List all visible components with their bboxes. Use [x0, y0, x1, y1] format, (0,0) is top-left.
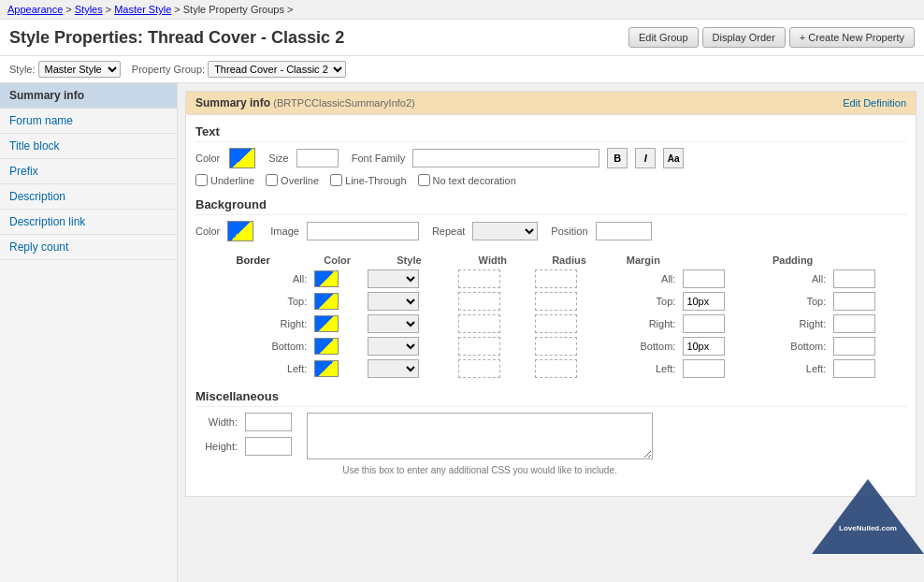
breadcrumb-appearance[interactable]: Appearance — [7, 4, 63, 15]
breadcrumb-styles[interactable]: Styles — [75, 4, 103, 15]
edit-definition-link[interactable]: Edit Definition — [843, 97, 906, 109]
sidebar-item-summary-info[interactable]: Summary info — [0, 83, 177, 109]
border-all-width-input[interactable] — [458, 269, 500, 288]
padding-all-header — [830, 253, 906, 268]
border-header: Border — [195, 253, 310, 268]
border-right-color-swatch[interactable] — [314, 315, 339, 332]
misc-width-row: Width: — [195, 413, 292, 431]
sidebar-item-description[interactable]: Description — [0, 184, 177, 210]
border-bottom-row: Bottom: solid — [195, 335, 906, 357]
bg-image-label: Image — [270, 226, 299, 237]
bg-repeat-label: Repeat — [432, 226, 465, 237]
sidebar-item-title-block[interactable]: Title block — [0, 134, 177, 159]
border-left-radius-input[interactable] — [535, 359, 577, 378]
no-decoration-checkbox-label[interactable]: No text decoration — [418, 174, 516, 186]
border-bottom-style-select[interactable]: solid — [368, 337, 419, 356]
margin-right-label: Right: — [607, 313, 679, 335]
no-decoration-checkbox[interactable] — [418, 174, 430, 186]
style-header: Style — [364, 253, 455, 268]
margin-right-input[interactable] — [683, 314, 725, 333]
text-group: Text Color Size Font Family B I Aa — [195, 124, 906, 186]
padding-bottom-label: Bottom: — [756, 335, 830, 357]
margin-all-input[interactable] — [683, 269, 725, 288]
misc-group-title: Miscellaneous — [195, 389, 906, 407]
margin-top-label: Top: — [607, 290, 679, 313]
underline-checkbox[interactable] — [195, 174, 208, 186]
text-color-swatch[interactable] — [229, 148, 255, 168]
overline-checkbox-label[interactable]: Overline — [266, 174, 319, 186]
css-textarea[interactable] — [307, 413, 653, 459]
overline-checkbox[interactable] — [266, 174, 278, 186]
padding-left-input[interactable] — [833, 359, 875, 378]
border-right-radius-input[interactable] — [535, 314, 577, 333]
misc-css-container: Use this box to enter any additional CSS… — [307, 413, 653, 475]
style-select[interactable]: Master Style — [38, 61, 121, 78]
border-left-color-swatch[interactable] — [314, 360, 339, 377]
border-left-width-input[interactable] — [458, 359, 500, 378]
linethrough-checkbox[interactable] — [330, 174, 342, 186]
border-all-row: All: soliddasheddotted — [195, 268, 906, 290]
style-info-bar: Style: Master Style Property Group: Thre… — [0, 56, 924, 83]
padding-bottom-input[interactable] — [833, 337, 875, 356]
property-group-label: Property Group: — [132, 64, 205, 75]
bold-button[interactable]: B — [607, 148, 628, 168]
underline-checkbox-label[interactable]: Underline — [195, 174, 254, 186]
border-left-label: Left: — [195, 357, 310, 380]
breadcrumb-master-style[interactable]: Master Style — [114, 4, 171, 15]
margin-top-input[interactable] — [683, 292, 725, 311]
section-title: Summary info (BRTPCClassicSummaryInfo2) — [195, 96, 415, 109]
section-body: Text Color Size Font Family B I Aa — [185, 115, 917, 497]
bg-color-swatch[interactable] — [227, 221, 253, 241]
border-left-style-select[interactable]: solid — [368, 359, 419, 378]
breadcrumb-current: Style Property Groups — [183, 4, 284, 15]
misc-height-label: Height: — [195, 441, 238, 452]
linethrough-checkbox-label[interactable]: Line-Through — [330, 174, 406, 186]
sidebar-item-description-link[interactable]: Description link — [0, 210, 177, 235]
border-all-radius-input[interactable] — [535, 269, 577, 288]
border-top-label: Top: — [195, 290, 310, 313]
border-bottom-radius-input[interactable] — [535, 337, 577, 356]
sidebar-item-reply-count[interactable]: Reply count — [0, 235, 177, 260]
italic-button[interactable]: I — [635, 148, 656, 168]
padding-right-input[interactable] — [833, 314, 875, 333]
border-top-color-swatch[interactable] — [314, 293, 339, 310]
border-right-width-input[interactable] — [458, 314, 500, 333]
text-group-title: Text — [195, 124, 906, 142]
border-right-style-select[interactable]: solid — [368, 314, 419, 333]
sidebar-item-prefix[interactable]: Prefix — [0, 159, 177, 184]
text-font-family-input[interactable] — [412, 149, 599, 167]
bg-repeat-select[interactable]: repeat repeat-x repeat-y no-repeat — [472, 222, 538, 240]
main-layout: Summary info Forum name Title block Pref… — [0, 83, 924, 582]
misc-width-input[interactable] — [245, 413, 292, 431]
margin-left-input[interactable] — [683, 359, 725, 378]
border-all-style-select[interactable]: soliddasheddotted — [368, 269, 419, 288]
sidebar-item-forum-name[interactable]: Forum name — [0, 109, 177, 134]
section-header: Summary info (BRTPCClassicSummaryInfo2) … — [185, 91, 917, 115]
padding-top-input[interactable] — [833, 292, 875, 311]
create-new-property-button[interactable]: + Create New Property — [789, 27, 915, 48]
css-hint: Use this box to enter any additional CSS… — [307, 465, 653, 475]
property-group-select[interactable]: Thread Cover - Classic 2 — [208, 61, 346, 78]
padding-all-input[interactable] — [833, 269, 875, 288]
border-bottom-width-input[interactable] — [458, 337, 500, 356]
border-top-width-input[interactable] — [458, 292, 500, 311]
misc-height-input[interactable] — [245, 437, 292, 456]
border-top-radius-input[interactable] — [535, 292, 577, 311]
font-size-button[interactable]: Aa — [663, 148, 684, 168]
text-size-input[interactable] — [296, 149, 339, 167]
misc-content: Width: Height: Use this box to enter any… — [195, 413, 906, 475]
border-bottom-color-swatch[interactable] — [314, 338, 339, 355]
display-order-button[interactable]: Display Order — [702, 27, 786, 48]
edit-group-button[interactable]: Edit Group — [628, 27, 699, 48]
border-all-color-swatch[interactable] — [314, 270, 339, 287]
border-top-row: Top: solid — [195, 290, 906, 313]
border-margin-padding-container: Border Color Style Width Radius Margin P… — [195, 253, 906, 380]
margin-bottom-input[interactable] — [683, 337, 725, 356]
padding-top-label: Top: — [756, 290, 830, 313]
sidebar: Summary info Forum name Title block Pref… — [0, 83, 178, 582]
bg-position-input[interactable] — [596, 222, 652, 240]
bg-color-label: Color — [195, 226, 220, 237]
border-top-style-select[interactable]: solid — [368, 292, 419, 311]
misc-group: Miscellaneous Width: Height: — [195, 389, 906, 475]
bg-image-input[interactable] — [307, 222, 419, 240]
